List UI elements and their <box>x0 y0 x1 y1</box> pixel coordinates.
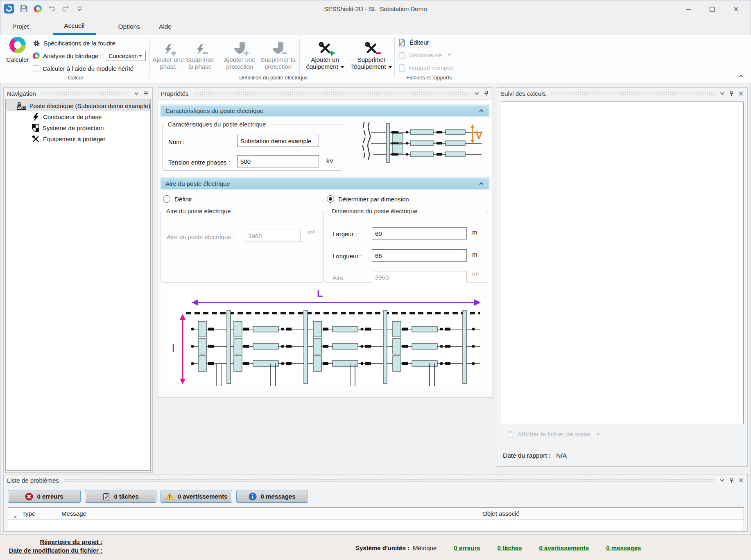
ribbon-collapse-icon[interactable] <box>738 73 744 79</box>
customize-toolbar-caret-icon[interactable] <box>76 5 84 13</box>
ses-logo-icon[interactable] <box>34 5 42 13</box>
spec-foudre-button[interactable]: Spécifications de la foudre <box>33 37 146 50</box>
project-directory-link[interactable]: Répertoire du projet : <box>4 537 102 546</box>
panel-texture <box>193 91 469 96</box>
tree-item-equipement-a-proteger[interactable]: Équipement à protéger <box>6 133 150 145</box>
legacy-module-label: Calculer à l'aide du module hérité <box>43 65 133 72</box>
close-icon[interactable] <box>738 90 744 97</box>
title-bar: SESShield-2D - SL_Substation Demo <box>0 0 751 18</box>
app-icon[interactable] <box>4 4 14 14</box>
save-icon[interactable] <box>20 5 28 13</box>
report-date-value: N/A <box>556 452 567 459</box>
pin-icon[interactable] <box>483 90 489 97</box>
legacy-module-row: Calculer à l'aide du module hérité <box>33 62 146 75</box>
section-aire: Aire du poste électrique <box>160 177 490 190</box>
legacy-module-checkbox[interactable] <box>33 65 39 72</box>
messages-filter-button[interactable]: 0 messages <box>236 490 308 503</box>
calculer-button[interactable]: Calculer <box>4 37 31 63</box>
minimize-button[interactable] <box>676 0 700 18</box>
ribbon-separator <box>299 38 300 77</box>
pin-icon[interactable] <box>728 90 735 97</box>
minus-icon <box>203 51 208 56</box>
chevron-down-icon[interactable] <box>133 90 140 97</box>
tab-accueil[interactable]: Accueil <box>53 18 96 35</box>
tree-item-poste-electrique[interactable]: Poste électrique (Substation demo exampl… <box>6 100 150 111</box>
rapport-complet-button[interactable]: Rapport complet <box>398 61 462 74</box>
problems-table[interactable]: Type Message Objet associé <box>8 507 744 530</box>
info-icon <box>249 492 257 501</box>
radio-definir[interactable]: Définir <box>163 195 192 203</box>
visionneuse-button[interactable]: Visionneuse <box>398 49 462 61</box>
group-label-definition: Définition du poste électrique <box>152 75 395 81</box>
close-button[interactable] <box>724 0 748 18</box>
group-label-fichiers: Fichiers et rapports <box>396 75 462 81</box>
analyse-blindage-row: Analyse du blindage : Conception <box>33 50 146 62</box>
minus-icon <box>376 51 381 56</box>
status-errors-link[interactable]: 0 erreurs <box>454 544 480 551</box>
shield-icon <box>32 124 39 132</box>
status-tasks-link[interactable]: 0 tâches <box>498 544 522 551</box>
tab-options[interactable]: Options <box>114 18 144 35</box>
suivi-panel-header: Suivi des calculs <box>497 88 747 99</box>
minus-icon <box>282 51 287 56</box>
report-date-row: Date du rapport : N/A <box>503 452 567 459</box>
tree-expander-icon[interactable] <box>11 103 12 108</box>
editeur-button[interactable]: Éditeur <box>398 36 462 49</box>
pin-icon[interactable] <box>143 90 149 97</box>
nom-input[interactable] <box>237 135 319 147</box>
warnings-filter-button[interactable]: 0 avertissements <box>161 490 232 503</box>
section-header-caracteristiques[interactable]: Caractéristiques du poste électrique <box>161 106 489 116</box>
navigation-panel-title: Navigation <box>7 90 36 97</box>
calculation-log[interactable] <box>501 102 744 424</box>
chevron-down-icon[interactable] <box>719 477 725 483</box>
largeur-input[interactable] <box>372 227 467 239</box>
errors-filter-button[interactable]: 0 erreurs <box>8 490 81 503</box>
radio-determiner-par-dimension[interactable]: Déterminer par dimension <box>327 195 409 203</box>
units-label: Système d'unités : <box>355 544 409 551</box>
quick-access-toolbar <box>4 4 84 14</box>
column-type[interactable]: Type <box>18 508 57 519</box>
tree-item-conducteur-de-phase[interactable]: Conducteur de phase <box>6 111 150 122</box>
table-corner-cell[interactable] <box>8 508 18 519</box>
plus-icon <box>330 51 335 56</box>
section-caracteristiques: Caractéristiques du poste électrique <box>160 104 490 117</box>
analyse-mode-select[interactable]: Conception <box>105 51 146 61</box>
maximize-button[interactable] <box>700 0 724 18</box>
tension-unit: kV <box>326 157 334 164</box>
status-warnings-link[interactable]: 0 avertissements <box>539 544 589 551</box>
pin-icon[interactable] <box>728 477 735 483</box>
tasks-filter-button[interactable]: 0 tâches <box>85 490 156 503</box>
phase-conductor-icon <box>32 113 40 121</box>
voltage-label: V <box>475 129 483 141</box>
tension-label: Tension entre phases : <box>168 159 230 166</box>
longueur-input[interactable] <box>372 249 467 262</box>
tab-aide[interactable]: Aide <box>155 18 176 35</box>
units-system: Système d'unités : Métrique <box>355 544 437 551</box>
report-icon <box>398 64 405 72</box>
close-icon[interactable] <box>738 477 744 483</box>
redo-icon[interactable] <box>62 5 70 13</box>
file-modification-date-link[interactable]: Date de modification du fichier : <box>4 546 102 555</box>
collapse-icon[interactable] <box>478 181 484 187</box>
substation-icon <box>16 102 26 111</box>
suivi-panel: Suivi des calculs Afficher le fichier de… <box>497 87 748 467</box>
section-header-aire[interactable]: Aire du poste électrique <box>161 178 489 189</box>
afficher-fichier-sortie-button[interactable]: Afficher le fichier de sortie <box>507 431 600 438</box>
tree-item-systeme-de-protection[interactable]: Système de protection <box>6 122 150 133</box>
chevron-down-icon[interactable] <box>719 90 725 97</box>
status-messages-link[interactable]: 0 messages <box>606 544 641 551</box>
column-message[interactable]: Message <box>57 508 478 519</box>
ribbon-group-calcul: Calculer Spécifications de la foudre Ana… <box>3 36 147 82</box>
column-objet-associe[interactable]: Objet associé <box>478 508 744 519</box>
error-icon <box>25 492 33 501</box>
fieldset-aire: Aire du poste électrique Aire du poste é… <box>161 208 323 283</box>
collapse-icon[interactable] <box>478 108 484 114</box>
chevron-down-icon[interactable] <box>474 90 480 97</box>
undo-icon[interactable] <box>48 5 56 13</box>
aire-mode-radios: Définir Déterminer par dimension <box>158 195 492 204</box>
radio-icon <box>327 195 334 203</box>
ribbon-group-definition: Ajouter une phase Supprimer la phase Ajo… <box>152 36 395 82</box>
tab-projet[interactable]: Projet <box>8 18 33 35</box>
tension-input[interactable] <box>237 155 319 167</box>
substation-layout-diagram: L l <box>167 286 482 386</box>
